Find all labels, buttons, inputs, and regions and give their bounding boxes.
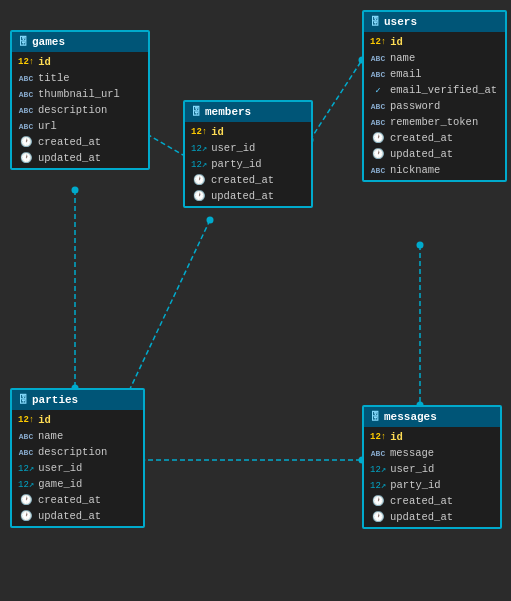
games-field-updated-label: updated_at [38, 152, 101, 164]
messages-table-icon: 🗄 [370, 411, 380, 423]
members-table-header: 🗄 members [185, 102, 311, 122]
pk-icon: 12↑ [191, 127, 207, 137]
fk-icon: 12↗ [191, 143, 207, 154]
members-field-id: 12↑ id [185, 124, 311, 140]
games-field-id: 12↑ id [12, 54, 148, 70]
abc-icon: ABC [18, 106, 34, 115]
users-field-name-label: name [390, 52, 415, 64]
users-field-updated: 🕐 updated_at [364, 146, 505, 162]
games-field-url: ABC url [12, 118, 148, 134]
messages-table-body: 12↑ id ABC message 12↗ user_id 12↗ party… [364, 427, 500, 527]
users-table-body: 12↑ id ABC name ABC email ✓ email_verifi… [364, 32, 505, 180]
games-field-created: 🕐 created_at [12, 134, 148, 150]
messages-table-name: messages [384, 411, 437, 423]
conn-dot-1 [72, 187, 79, 194]
parties-field-description-label: description [38, 446, 107, 458]
messages-field-updated-label: updated_at [390, 511, 453, 523]
time-icon: 🕐 [18, 494, 34, 506]
pk-icon: 12↑ [18, 415, 34, 425]
messages-field-updated: 🕐 updated_at [364, 509, 500, 525]
abc-icon: ABC [370, 166, 386, 175]
parties-field-id: 12↑ id [12, 412, 143, 428]
parties-field-updated: 🕐 updated_at [12, 508, 143, 524]
messages-field-id-label: id [390, 431, 403, 443]
messages-table-header: 🗄 messages [364, 407, 500, 427]
users-field-updated-label: updated_at [390, 148, 453, 160]
games-field-id-label: id [38, 56, 51, 68]
users-field-email-label: email [390, 68, 422, 80]
users-field-email-verified-label: email_verified_at [390, 84, 497, 96]
users-field-id: 12↑ id [364, 34, 505, 50]
abc-icon: ABC [370, 118, 386, 127]
parties-field-description: ABC description [12, 444, 143, 460]
members-field-id-label: id [211, 126, 224, 138]
users-field-nickname-label: nickname [390, 164, 440, 176]
abc-icon: ABC [18, 74, 34, 83]
parties-table-name: parties [32, 394, 78, 406]
conn-dot-8 [417, 242, 424, 249]
parties-field-updated-label: updated_at [38, 510, 101, 522]
parties-field-id-label: id [38, 414, 51, 426]
fk-icon: 12↗ [370, 464, 386, 475]
pk-icon: 12↑ [18, 57, 34, 67]
time-icon: 🕐 [370, 148, 386, 160]
parties-field-userid-label: user_id [38, 462, 82, 474]
fk-icon: 12↗ [370, 480, 386, 491]
users-field-created: 🕐 created_at [364, 130, 505, 146]
games-table-header: 🗄 games [12, 32, 148, 52]
time-icon: 🕐 [18, 136, 34, 148]
messages-field-userid: 12↗ user_id [364, 461, 500, 477]
time-icon: 🕐 [370, 511, 386, 523]
messages-field-message-label: message [390, 447, 434, 459]
games-table-body: 12↑ id ABC title ABC thumbnail_url ABC d… [12, 52, 148, 168]
members-table-icon: 🗄 [191, 106, 201, 118]
svg-line-1 [310, 60, 362, 140]
abc-icon: ABC [370, 54, 386, 63]
games-field-url-label: url [38, 120, 57, 132]
members-field-updated-label: updated_at [211, 190, 274, 202]
games-field-created-label: created_at [38, 136, 101, 148]
users-field-name: ABC name [364, 50, 505, 66]
parties-field-gameid-label: game_id [38, 478, 82, 490]
parties-field-gameid: 12↗ game_id [12, 476, 143, 492]
abc-icon: ABC [18, 122, 34, 131]
messages-field-userid-label: user_id [390, 463, 434, 475]
users-table-icon: 🗄 [370, 16, 380, 28]
conn-dot-5 [207, 217, 214, 224]
games-table-icon: 🗄 [18, 36, 28, 48]
time-icon: 🕐 [191, 174, 207, 186]
messages-field-created: 🕐 created_at [364, 493, 500, 509]
members-table-name: members [205, 106, 251, 118]
parties-table-header: 🗄 parties [12, 390, 143, 410]
members-table: 🗄 members 12↑ id 12↗ user_id 12↗ party_i… [183, 100, 313, 208]
time-icon: 🕐 [18, 510, 34, 522]
abc-icon: ABC [370, 70, 386, 79]
fk-icon: 12↗ [18, 479, 34, 490]
members-field-updated: 🕐 updated_at [185, 188, 311, 204]
members-field-created: 🕐 created_at [185, 172, 311, 188]
messages-field-created-label: created_at [390, 495, 453, 507]
fk-icon: 12↗ [18, 463, 34, 474]
parties-table-body: 12↑ id ABC name ABC description 12↗ user… [12, 410, 143, 526]
abc-icon: ABC [370, 449, 386, 458]
pk-icon: 12↑ [370, 37, 386, 47]
games-field-title: ABC title [12, 70, 148, 86]
users-field-remember: ABC remember_token [364, 114, 505, 130]
parties-table-icon: 🗄 [18, 394, 28, 406]
parties-field-created: 🕐 created_at [12, 492, 143, 508]
time-icon: 🕐 [370, 132, 386, 144]
messages-field-message: ABC message [364, 445, 500, 461]
members-field-userid: 12↗ user_id [185, 140, 311, 156]
abc-icon: ABC [18, 432, 34, 441]
members-field-partyid-label: party_id [211, 158, 261, 170]
abc-icon: ABC [370, 102, 386, 111]
time-icon: 🕐 [370, 495, 386, 507]
users-table-name: users [384, 16, 417, 28]
pk-icon: 12↑ [370, 432, 386, 442]
users-table-header: 🗄 users [364, 12, 505, 32]
parties-field-name: ABC name [12, 428, 143, 444]
parties-field-name-label: name [38, 430, 63, 442]
messages-field-id: 12↑ id [364, 429, 500, 445]
members-field-partyid: 12↗ party_id [185, 156, 311, 172]
abc-icon: ABC [18, 448, 34, 457]
